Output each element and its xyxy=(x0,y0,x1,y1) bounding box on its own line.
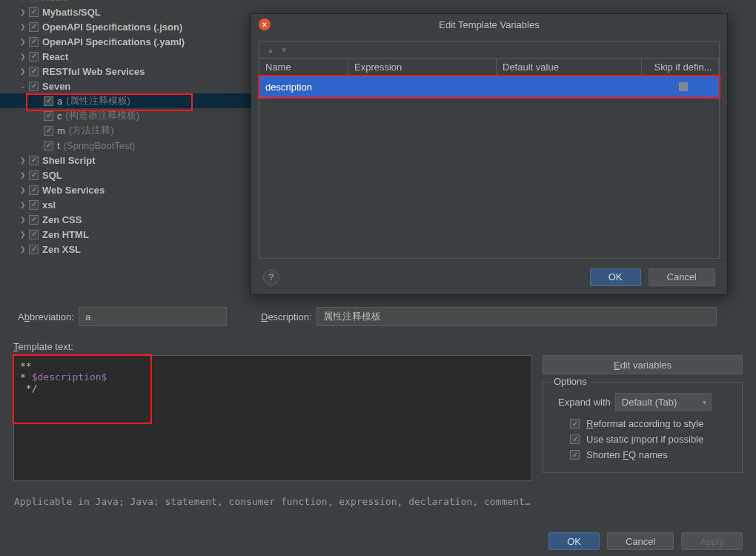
table-header: Name Expression Default value Skip if de… xyxy=(259,59,719,76)
chevron-right-icon[interactable]: ❯ xyxy=(19,230,27,239)
col-expression: Expression xyxy=(348,59,497,76)
chevron-right-icon[interactable]: ❯ xyxy=(19,185,27,194)
tree-item-c[interactable]: c(构造器注释模板) xyxy=(0,108,252,123)
checkbox[interactable] xyxy=(29,37,39,47)
move-up-icon[interactable]: ▲ xyxy=(267,46,274,54)
chevron-right-icon[interactable]: ❯ xyxy=(19,52,27,61)
apply-button[interactable]: Apply xyxy=(681,532,743,550)
tree-item-label: m xyxy=(57,125,65,136)
tree-item-m[interactable]: m(方法注释) xyxy=(0,123,252,138)
tree-item-seven[interactable]: ⌄Seven xyxy=(0,79,252,93)
checkbox[interactable] xyxy=(29,185,39,195)
dialog-title: Edit Template Variables xyxy=(439,19,539,30)
move-down-icon[interactable]: ▼ xyxy=(280,46,288,54)
tree-item-t[interactable]: t(SpringBootTest) xyxy=(0,138,252,153)
tree-item-zen-css[interactable]: ❯Zen CSS xyxy=(0,212,252,227)
ok-button[interactable]: OK xyxy=(548,532,600,550)
checkbox[interactable] xyxy=(29,7,39,17)
reformat-checkbox[interactable] xyxy=(570,419,580,428)
checkbox[interactable] xyxy=(29,230,39,239)
tree-item-label: Mybatis/SQL xyxy=(42,7,101,18)
abbreviation-label: Abbreviation: xyxy=(18,311,74,322)
checkbox[interactable] xyxy=(29,22,39,32)
checkbox[interactable] xyxy=(29,200,39,210)
checkbox[interactable] xyxy=(29,215,39,225)
shorten-fq-checkbox[interactable] xyxy=(570,450,580,460)
checkbox[interactable] xyxy=(29,171,39,180)
tree-item-label: Zen CSS xyxy=(42,214,82,225)
tree-item-xsl[interactable]: ❯xsl xyxy=(0,197,252,212)
expand-with-select[interactable]: Default (Tab) xyxy=(615,393,712,411)
tree-item-label: Web Services xyxy=(42,185,105,196)
settings-footer: OK Cancel Apply xyxy=(548,532,743,550)
dialog-footer: ? OK Cancel xyxy=(251,259,727,294)
checkbox[interactable] xyxy=(29,67,39,76)
checkbox[interactable] xyxy=(29,245,39,254)
close-icon[interactable]: × xyxy=(259,19,271,30)
cell-name[interactable]: description xyxy=(259,76,348,97)
chevron-right-icon[interactable]: ❯ xyxy=(19,67,27,76)
chevron-right-icon[interactable]: ❯ xyxy=(19,245,27,254)
cell-skip[interactable] xyxy=(642,76,719,97)
expand-with-label: Expand with xyxy=(558,397,611,408)
tree-item-a[interactable]: a(属性注释模板) xyxy=(0,93,252,108)
abbreviation-block: Abbreviation: xyxy=(13,302,249,331)
cell-expression[interactable] xyxy=(348,76,497,97)
chevron-down-icon[interactable]: ⌄ xyxy=(19,82,27,90)
col-skip: Skip if defin... xyxy=(642,59,719,76)
expand-spacer xyxy=(33,96,42,105)
description-input[interactable] xyxy=(316,307,717,326)
template-tree[interactable]: ❯Kotlin❯Mybatis/SQL❯OpenAPI Specificatio… xyxy=(0,0,252,257)
tree-item-desc: (属性注释模板) xyxy=(66,94,130,107)
static-import-label: Use static import if possible xyxy=(586,434,703,445)
tree-item-shell-script[interactable]: ❯Shell Script xyxy=(0,153,252,168)
chevron-right-icon[interactable]: ❯ xyxy=(19,171,27,179)
chevron-right-icon[interactable]: ❯ xyxy=(19,200,27,209)
tree-item-label: a xyxy=(57,96,62,107)
tree-item-label: React xyxy=(42,51,68,62)
tree-item-zen-xsl[interactable]: ❯Zen XSL xyxy=(0,242,252,257)
chevron-right-icon[interactable]: ❯ xyxy=(19,7,27,16)
tree-item-sql[interactable]: ❯SQL xyxy=(0,168,252,182)
tree-item-openapi-specifications-yaml-[interactable]: ❯OpenAPI Specifications (.yaml) xyxy=(0,34,252,49)
chevron-right-icon[interactable]: ❯ xyxy=(19,37,27,46)
cell-default[interactable] xyxy=(497,76,642,97)
checkbox[interactable] xyxy=(44,111,53,121)
tree-item-restful-web-services[interactable]: ❯RESTful Web Services xyxy=(0,64,252,79)
checkbox[interactable] xyxy=(44,126,53,136)
checkbox[interactable] xyxy=(29,82,39,91)
editor-line: ** xyxy=(20,360,525,371)
checkbox[interactable] xyxy=(44,141,53,150)
tree-item-label: OpenAPI Specifications (.yaml) xyxy=(42,36,185,47)
variables-table[interactable]: Name Expression Default value Skip if de… xyxy=(259,59,720,259)
edit-variables-button[interactable]: Edit variables xyxy=(543,355,743,374)
chevron-right-icon[interactable]: ❯ xyxy=(19,22,27,31)
chevron-right-icon[interactable]: ❯ xyxy=(19,0,27,1)
template-text-editor[interactable]: ** * $description$ */ Applicable in Java… xyxy=(13,355,532,481)
chevron-right-icon[interactable]: ❯ xyxy=(19,215,27,224)
static-import-checkbox[interactable] xyxy=(570,434,580,444)
col-name: Name xyxy=(259,59,348,76)
cancel-button[interactable]: Cancel xyxy=(649,268,715,286)
checkbox[interactable] xyxy=(29,52,39,62)
ok-button[interactable]: OK xyxy=(590,268,641,286)
help-icon[interactable]: ? xyxy=(263,269,279,285)
table-row[interactable]: description xyxy=(259,76,719,97)
col-default-value: Default value xyxy=(497,59,642,76)
tree-item-desc: (SpringBootTest) xyxy=(64,140,136,151)
tree-item-kotlin[interactable]: ❯Kotlin xyxy=(0,0,252,4)
checkbox[interactable] xyxy=(44,96,53,106)
tree-item-openapi-specifications-json-[interactable]: ❯OpenAPI Specifications (.json) xyxy=(0,19,252,34)
cancel-button[interactable]: Cancel xyxy=(607,532,674,550)
tree-item-mybatis-sql[interactable]: ❯Mybatis/SQL xyxy=(0,4,252,19)
checkbox[interactable] xyxy=(29,0,39,2)
checkbox[interactable] xyxy=(29,156,39,165)
tree-item-react[interactable]: ❯React xyxy=(0,49,252,64)
tree-item-zen-html[interactable]: ❯Zen HTML xyxy=(0,227,252,242)
skip-checkbox[interactable] xyxy=(679,82,688,91)
tree-item-label: SQL xyxy=(42,170,62,181)
editor-line: */ xyxy=(20,383,525,394)
tree-item-web-services[interactable]: ❯Web Services xyxy=(0,182,252,197)
chevron-right-icon[interactable]: ❯ xyxy=(19,156,27,165)
abbreviation-input[interactable] xyxy=(79,307,227,326)
